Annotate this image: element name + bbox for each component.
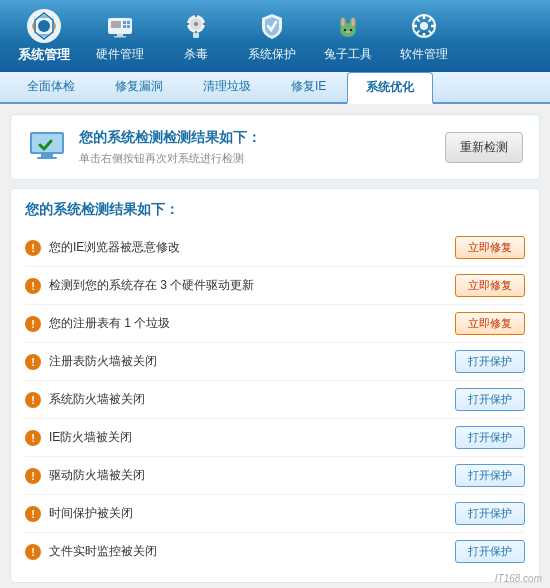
result-text: 您的IE浏览器被恶意修改 bbox=[49, 239, 180, 256]
tab-sys-optimize[interactable]: 系统优化 bbox=[347, 72, 433, 104]
nav-hardware-label: 硬件管理 bbox=[96, 46, 144, 63]
action-button-3[interactable]: 打开保护 bbox=[455, 350, 525, 373]
result-left: !您的IE浏览器被恶意修改 bbox=[25, 239, 455, 256]
tab-repair-ie[interactable]: 修复IE bbox=[272, 71, 345, 102]
nav-rabbit-label: 兔子工具 bbox=[324, 46, 372, 63]
result-row: !检测到您的系统存在 3 个硬件驱动更新立即修复 bbox=[25, 267, 525, 305]
top-header: 系统管理 硬件管理 杀毒 bbox=[0, 0, 550, 72]
result-row: !注册表防火墙被关闭打开保护 bbox=[25, 343, 525, 381]
nav-kill-label: 杀毒 bbox=[184, 46, 208, 63]
svg-rect-9 bbox=[114, 36, 126, 38]
result-left: !驱动防火墙被关闭 bbox=[25, 467, 455, 484]
svg-point-12 bbox=[194, 22, 198, 26]
logo-area: 系统管理 bbox=[8, 8, 80, 64]
action-button-8[interactable]: 打开保护 bbox=[455, 540, 525, 563]
top-result-box: 您的系统检测检测结果如下： 单击右侧按钮再次对系统进行检测 重新检测 bbox=[10, 114, 540, 180]
svg-rect-8 bbox=[117, 34, 123, 36]
svg-line-32 bbox=[417, 18, 420, 21]
svg-rect-17 bbox=[193, 33, 199, 38]
rabbit-icon bbox=[332, 10, 364, 42]
nav-kill[interactable]: 杀毒 bbox=[160, 6, 232, 66]
logo-label: 系统管理 bbox=[18, 46, 70, 64]
result-left: !时间保护被关闭 bbox=[25, 505, 455, 522]
warn-icon: ! bbox=[25, 506, 41, 522]
result-text: IE防火墙被关闭 bbox=[49, 429, 132, 446]
svg-point-21 bbox=[342, 18, 345, 26]
warn-icon: ! bbox=[25, 544, 41, 560]
svg-point-25 bbox=[346, 31, 350, 33]
svg-rect-37 bbox=[32, 134, 62, 152]
svg-rect-38 bbox=[41, 154, 53, 157]
result-row: !驱动防火墙被关闭打开保护 bbox=[25, 457, 525, 495]
main-section-title: 您的系统检测结果如下： bbox=[25, 201, 525, 219]
warn-icon: ! bbox=[25, 392, 41, 408]
top-result-text: 您的系统检测检测结果如下： 单击右侧按钮再次对系统进行检测 bbox=[79, 129, 261, 166]
svg-point-1 bbox=[38, 20, 50, 32]
warn-icon: ! bbox=[25, 278, 41, 294]
result-left: !IE防火墙被关闭 bbox=[25, 429, 455, 446]
warn-icon: ! bbox=[25, 468, 41, 484]
top-result-subtitle: 单击右侧按钮再次对系统进行检测 bbox=[79, 151, 261, 166]
result-row: !系统防火墙被关闭打开保护 bbox=[25, 381, 525, 419]
svg-line-34 bbox=[429, 18, 432, 21]
tab-repair-patch[interactable]: 修复漏洞 bbox=[96, 71, 182, 102]
result-row: !IE防火墙被关闭打开保护 bbox=[25, 419, 525, 457]
result-rows-container: !您的IE浏览器被恶意修改立即修复!检测到您的系统存在 3 个硬件驱动更新立即修… bbox=[25, 229, 525, 570]
result-text: 文件实时监控被关闭 bbox=[49, 543, 157, 560]
svg-rect-5 bbox=[123, 25, 126, 28]
action-button-7[interactable]: 打开保护 bbox=[455, 502, 525, 525]
tab-clean-junk[interactable]: 清理垃圾 bbox=[184, 71, 270, 102]
action-button-6[interactable]: 打开保护 bbox=[455, 464, 525, 487]
result-left: !文件实时监控被关闭 bbox=[25, 543, 455, 560]
nav-rabbit[interactable]: 兔子工具 bbox=[312, 6, 384, 66]
result-text: 系统防火墙被关闭 bbox=[49, 391, 145, 408]
nav-software-label: 软件管理 bbox=[400, 46, 448, 63]
svg-rect-4 bbox=[123, 21, 126, 24]
protect-icon bbox=[256, 10, 288, 42]
top-result-title: 您的系统检测检测结果如下： bbox=[79, 129, 261, 147]
nav-protect-label: 系统保护 bbox=[248, 46, 296, 63]
result-left: !您的注册表有 1 个垃圾 bbox=[25, 315, 455, 332]
result-text: 检测到您的系统存在 3 个硬件驱动更新 bbox=[49, 277, 254, 294]
result-row: !您的IE浏览器被恶意修改立即修复 bbox=[25, 229, 525, 267]
action-button-0[interactable]: 立即修复 bbox=[455, 236, 525, 259]
software-icon bbox=[408, 10, 440, 42]
svg-line-33 bbox=[429, 30, 432, 33]
action-button-2[interactable]: 立即修复 bbox=[455, 312, 525, 335]
result-left: !注册表防火墙被关闭 bbox=[25, 353, 455, 370]
watermark: IT168.com bbox=[495, 573, 542, 584]
kill-icon bbox=[180, 10, 212, 42]
result-text: 时间保护被关闭 bbox=[49, 505, 133, 522]
result-text: 您的注册表有 1 个垃圾 bbox=[49, 315, 170, 332]
computer-icon bbox=[27, 127, 67, 167]
result-left: !系统防火墙被关闭 bbox=[25, 391, 455, 408]
warn-icon: ! bbox=[25, 240, 41, 256]
result-text: 注册表防火墙被关闭 bbox=[49, 353, 157, 370]
nav-protect[interactable]: 系统保护 bbox=[236, 6, 308, 66]
result-left: !检测到您的系统存在 3 个硬件驱动更新 bbox=[25, 277, 455, 294]
tab-bar: 全面体检 修复漏洞 清理垃圾 修复IE 系统优化 bbox=[0, 72, 550, 104]
nav-hardware[interactable]: 硬件管理 bbox=[84, 6, 156, 66]
svg-rect-7 bbox=[127, 25, 130, 28]
rescan-button[interactable]: 重新检测 bbox=[445, 132, 523, 163]
svg-rect-3 bbox=[111, 21, 121, 28]
svg-point-22 bbox=[352, 18, 355, 26]
warn-icon: ! bbox=[25, 316, 41, 332]
action-button-4[interactable]: 打开保护 bbox=[455, 388, 525, 411]
warn-icon: ! bbox=[25, 354, 41, 370]
action-button-5[interactable]: 打开保护 bbox=[455, 426, 525, 449]
nav-software[interactable]: 软件管理 bbox=[388, 6, 460, 66]
action-button-1[interactable]: 立即修复 bbox=[455, 274, 525, 297]
svg-point-27 bbox=[420, 22, 428, 30]
svg-point-24 bbox=[350, 29, 352, 31]
svg-line-35 bbox=[417, 30, 420, 33]
top-result-left: 您的系统检测检测结果如下： 单击右侧按钮再次对系统进行检测 bbox=[27, 127, 261, 167]
svg-rect-39 bbox=[37, 157, 57, 159]
svg-point-23 bbox=[344, 29, 346, 31]
tab-full-check[interactable]: 全面体检 bbox=[8, 71, 94, 102]
result-row: !您的注册表有 1 个垃圾立即修复 bbox=[25, 305, 525, 343]
main-area: 您的系统检测结果如下： !您的IE浏览器被恶意修改立即修复!检测到您的系统存在 … bbox=[10, 188, 540, 583]
result-row: !时间保护被关闭打开保护 bbox=[25, 495, 525, 533]
result-text: 驱动防火墙被关闭 bbox=[49, 467, 145, 484]
hardware-icon bbox=[104, 10, 136, 42]
